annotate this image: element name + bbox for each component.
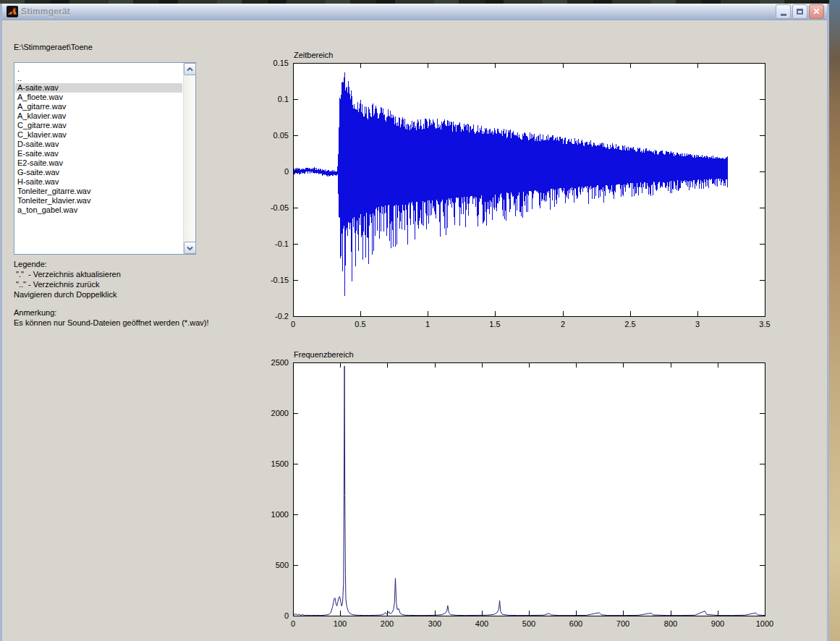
- svg-text:-0.1: -0.1: [275, 239, 289, 248]
- file-list-item[interactable]: ..: [15, 74, 182, 83]
- listbox-scrollbar[interactable]: [183, 63, 195, 254]
- svg-text:1000: 1000: [271, 510, 289, 519]
- file-list-item[interactable]: Tonleiter_gitarre.wav: [15, 187, 182, 196]
- svg-text:2.5: 2.5: [624, 320, 635, 328]
- file-list-item[interactable]: D-saite.wav: [15, 140, 182, 149]
- legend-line-navigate: Navigieren durch Doppelklick: [14, 290, 116, 299]
- svg-text:1.5: 1.5: [489, 320, 500, 328]
- svg-text:700: 700: [616, 619, 629, 628]
- svg-text:1000: 1000: [756, 619, 773, 628]
- svg-text:1: 1: [425, 320, 430, 328]
- close-button[interactable]: ✕: [809, 4, 824, 19]
- svg-text:0: 0: [284, 611, 289, 620]
- file-list-item[interactable]: C_gitarre.wav: [15, 121, 182, 130]
- svg-text:3: 3: [695, 320, 700, 328]
- file-list-item[interactable]: .: [15, 64, 182, 74]
- minimize-button[interactable]: [776, 4, 791, 19]
- file-list-item[interactable]: A-saite.wav: [15, 83, 182, 93]
- svg-text:1500: 1500: [271, 459, 289, 468]
- svg-text:3.5: 3.5: [759, 320, 770, 328]
- svg-text:800: 800: [664, 619, 677, 628]
- file-list: ...A-saite.wavA_floete.wavA_gitarre.wavA…: [15, 64, 182, 215]
- svg-text:Zeitbereich: Zeitbereich: [294, 51, 333, 59]
- file-list-item[interactable]: E-saite.wav: [15, 149, 182, 158]
- matlab-icon: [7, 6, 18, 17]
- time-domain-plot: 00.511.522.533.5-0.2-0.15-0.1-0.0500.050…: [258, 47, 776, 331]
- svg-text:500: 500: [276, 561, 289, 569]
- titlebar[interactable]: Stimmgerät ✕: [2, 4, 827, 20]
- file-list-item[interactable]: A_gitarre.wav: [15, 102, 182, 111]
- minimize-icon: [781, 14, 786, 16]
- svg-text:0: 0: [291, 619, 295, 628]
- legend-block: Legende: "." - Verzeichnis aktualisieren…: [14, 259, 121, 300]
- scroll-up-button[interactable]: [184, 63, 196, 75]
- file-list-item[interactable]: C_klavier.wav: [15, 130, 182, 140]
- svg-text:-0.05: -0.05: [271, 203, 289, 212]
- chevron-down-icon: [187, 246, 193, 250]
- svg-text:-0.15: -0.15: [271, 276, 289, 284]
- svg-text:0: 0: [284, 167, 289, 176]
- svg-text:100: 100: [334, 619, 347, 628]
- file-list-item[interactable]: G-saite.wav: [15, 168, 182, 177]
- close-icon: ✕: [813, 7, 820, 16]
- file-list-item[interactable]: E2-saite.wav: [15, 158, 182, 168]
- directory-path-label: E:\Stimmgeraet\Toene: [14, 43, 93, 51]
- svg-text:200: 200: [381, 619, 394, 628]
- file-list-item[interactable]: a_ton_gabel.wav: [15, 205, 182, 215]
- svg-text:0.5: 0.5: [355, 320, 365, 328]
- chevron-up-icon: [187, 67, 193, 72]
- note-heading: Anmerkung:: [14, 308, 56, 317]
- app-window: Stimmgerät ✕ E:\Stimmgeraet\Toene ...A-s…: [0, 4, 829, 641]
- figure-client-area: E:\Stimmgeraet\Toene ...A-saite.wavA_flo…: [2, 21, 827, 641]
- svg-text:0.1: 0.1: [278, 95, 289, 103]
- svg-text:2000: 2000: [271, 409, 289, 417]
- svg-text:600: 600: [569, 619, 582, 628]
- legend-heading: Legende:: [14, 260, 47, 268]
- legend-line-back: ".." - Verzeichnis zurück: [14, 280, 99, 289]
- desktop-wallpaper: [828, 0, 840, 641]
- svg-text:300: 300: [428, 619, 441, 628]
- svg-text:2500: 2500: [271, 358, 289, 367]
- scroll-down-button[interactable]: [184, 242, 196, 254]
- file-list-item[interactable]: Tonleiter_klavier.wav: [15, 196, 182, 205]
- svg-text:-0.2: -0.2: [275, 312, 289, 320]
- file-listbox[interactable]: ...A-saite.wavA_floete.wavA_gitarre.wavA…: [14, 62, 196, 255]
- desktop: Stimmgerät ✕ E:\Stimmgeraet\Toene ...A-s…: [0, 0, 840, 641]
- file-list-item[interactable]: A_klavier.wav: [15, 111, 182, 121]
- maximize-button[interactable]: [792, 4, 807, 19]
- file-list-item[interactable]: H-saite.wav: [15, 177, 182, 187]
- svg-text:0.15: 0.15: [273, 59, 289, 67]
- svg-text:2: 2: [561, 320, 565, 328]
- window-controls: ✕: [776, 4, 824, 19]
- svg-text:500: 500: [522, 619, 535, 628]
- svg-text:400: 400: [475, 619, 488, 628]
- frequency-domain-plot: 0100200300400500600700800900100005001000…: [258, 347, 776, 630]
- svg-text:Frequenzbereich: Frequenzbereich: [294, 350, 354, 359]
- maximize-icon: [797, 9, 803, 14]
- note-block: Anmerkung: Es können nur Sound-Dateien g…: [14, 307, 208, 328]
- window-title: Stimmgerät: [21, 7, 70, 17]
- legend-line-refresh: "." - Verzeichnis aktualisieren: [14, 270, 121, 279]
- svg-text:900: 900: [711, 619, 724, 628]
- svg-text:0: 0: [291, 320, 295, 328]
- note-text: Es können nur Sound-Dateien geöffnet wer…: [14, 318, 208, 327]
- file-list-item[interactable]: A_floete.wav: [15, 93, 182, 102]
- svg-text:0.05: 0.05: [273, 131, 289, 140]
